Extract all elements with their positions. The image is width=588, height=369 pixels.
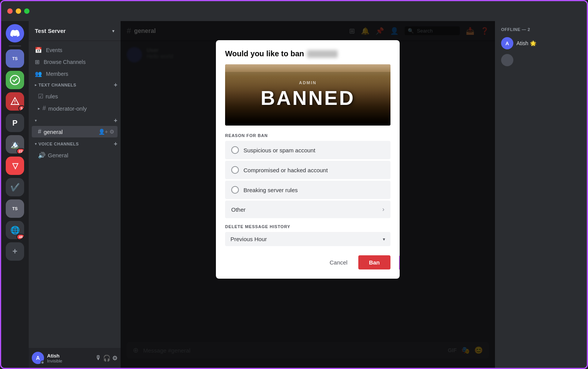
headphones-icon[interactable]: 🎧 [103, 354, 111, 362]
rules-channel-label: rules [46, 93, 58, 100]
username-blurred [307, 50, 338, 58]
voice-channels-header[interactable]: ▾ Voice Channels + [29, 139, 121, 149]
server-icon-6[interactable]: ▽ [6, 157, 24, 175]
ban-button[interactable]: Ban [358, 255, 390, 269]
modal-backdrop: Would you like to ban ADMIN BANNED REASO… [121, 21, 495, 368]
general-voice-label: General [48, 152, 68, 158]
moderator-channel-icon: # [42, 105, 46, 112]
server-name: Test Server [35, 28, 66, 34]
reason-other[interactable]: Other › [225, 201, 390, 218]
user-name: Atish [47, 353, 92, 359]
channel-sidebar: Test Server ▾ 📅 Events ⊞ Browse Channels… [29, 21, 121, 368]
minimize-button[interactable] [16, 8, 21, 14]
banned-text: BANNED [261, 87, 355, 109]
general-channel-label: general [44, 129, 63, 135]
nav-members[interactable]: 👥 Members [32, 68, 118, 80]
svg-point-0 [10, 75, 20, 85]
channel-actions: 👤+ ⚙ [98, 129, 114, 135]
title-prefix: Would you like to ban [225, 49, 304, 58]
server-chevron-icon: ▾ [112, 28, 114, 34]
reason-rules-label: Breaking server rules [243, 187, 298, 193]
add-channel-icon[interactable]: + [114, 82, 118, 88]
nav-events[interactable]: 📅 Events [32, 44, 118, 56]
member-2-avatar [501, 54, 513, 66]
settings-icon: ⚙ [109, 129, 114, 135]
general-section: ▾ + # general 👤+ ⚙ [29, 116, 121, 137]
delete-select-wrapper: Don't Delete Any Previous Hour Previous … [225, 232, 390, 246]
discord-home-icon[interactable] [6, 24, 24, 42]
server-icon-test[interactable]: TS [6, 49, 24, 68]
settings-gear-icon[interactable]: ⚙ [112, 354, 118, 362]
voice-section: ▾ Voice Channels + 🔊 General [29, 139, 121, 161]
cancel-button[interactable]: Cancel [323, 255, 354, 269]
ban-modal: Would you like to ban ADMIN BANNED REASO… [216, 40, 400, 279]
voice-channel-icon: 🔊 [38, 152, 46, 159]
text-channels-label: Text Channels [39, 83, 77, 87]
close-button[interactable] [7, 8, 13, 14]
channel-list: 📅 Events ⊞ Browse Channels 👥 Members ▸ [29, 41, 121, 348]
modal-title: Would you like to ban [225, 49, 390, 58]
server-icon-7[interactable]: ✔️ [6, 178, 24, 196]
events-icon: 📅 [35, 47, 42, 54]
other-chevron-icon: › [382, 206, 384, 213]
server-icon-9[interactable]: 🌐 48 [6, 221, 24, 239]
delete-section-label: DELETE MESSAGE HISTORY [225, 224, 390, 229]
reason-hacked[interactable]: Compromised or hacked account [225, 161, 390, 179]
nav-browse-label: Browse Channels [44, 59, 86, 65]
rules-channel-icon: ☑ [38, 93, 43, 100]
channel-general[interactable]: # general 👤+ ⚙ [32, 126, 118, 137]
reason-rules[interactable]: Breaking server rules [225, 181, 390, 199]
member-2-avatar-img [501, 54, 513, 66]
reason-spam[interactable]: Suspicious or spam account [225, 141, 390, 159]
general-channel-icon: # [38, 128, 41, 135]
channel-rules[interactable]: ☑ rules [32, 90, 118, 102]
delete-history-select[interactable]: Don't Delete Any Previous Hour Previous … [225, 232, 390, 246]
voice-section-label: Voice Channels [39, 142, 79, 146]
user-panel: A Atish Invisible 🎙 🎧 ⚙ [29, 348, 121, 368]
channel-moderator[interactable]: ▸ # moderator-only [32, 103, 118, 114]
member-atish[interactable]: A Atish 🌟 [498, 35, 584, 52]
maximize-button[interactable] [24, 8, 29, 14]
server-icon-4[interactable]: P [6, 114, 24, 132]
user-avatar: A [32, 352, 44, 364]
channel-general-voice[interactable]: 🔊 General [32, 149, 118, 161]
members-sidebar: OFFLINE — 2 A Atish 🌟 [495, 21, 587, 368]
browse-icon: ⊞ [35, 59, 40, 65]
banned-image: ADMIN BANNED [225, 64, 390, 126]
user-controls: 🎙 🎧 ⚙ [95, 354, 118, 362]
member-2[interactable] [498, 52, 584, 69]
server-sidebar: TS 5 P 🏔️ 22 ▽ ✔️ TS [1, 21, 29, 368]
section-collapse-icon: ▸ [35, 83, 37, 87]
text-channels-section: ▸ Text Channels + ☑ rules ▸ # moderator-… [29, 80, 121, 114]
server-icon-10[interactable]: + [6, 242, 24, 261]
radio-hacked[interactable] [231, 166, 239, 174]
server-header[interactable]: Test Server ▾ [29, 21, 121, 41]
text-channels-header-2[interactable]: ▾ + [29, 116, 121, 126]
nav-events-label: Events [46, 47, 62, 53]
server-icon-ts2[interactable]: TS [6, 199, 24, 218]
user-status: Invisible [47, 359, 92, 363]
svg-point-3 [15, 103, 15, 104]
nav-members-label: Members [46, 71, 68, 77]
reason-section-label: REASON FOR BAN [225, 133, 390, 138]
lock-icon: ▸ [38, 106, 40, 111]
app-window: TS 5 P 🏔️ 22 ▽ ✔️ TS [0, 0, 588, 369]
add-channel-icon-2[interactable]: + [114, 117, 118, 124]
user-add-icon: 👤+ [98, 129, 108, 135]
app-layout: TS 5 P 🏔️ 22 ▽ ✔️ TS [1, 21, 587, 368]
server-icon-5[interactable]: 🏔️ 22 [6, 135, 24, 153]
moderator-channel-label: moderator-only [48, 105, 87, 112]
server-icon-3[interactable]: 5 [6, 92, 24, 111]
member-atish-avatar-img: A [501, 37, 513, 49]
reason-spam-label: Suspicious or spam account [243, 147, 315, 153]
radio-rules[interactable] [231, 186, 239, 194]
reason-hacked-label: Compromised or hacked account [243, 167, 328, 173]
nav-browse[interactable]: ⊞ Browse Channels [32, 56, 118, 68]
members-icon: 👥 [35, 70, 42, 77]
server-icon-2[interactable] [6, 71, 24, 89]
radio-spam[interactable] [231, 146, 239, 154]
text-channels-header[interactable]: ▸ Text Channels + [29, 80, 121, 90]
member-atish-name: Atish 🌟 [516, 40, 536, 46]
add-voice-channel-icon[interactable]: + [114, 140, 118, 147]
microphone-icon[interactable]: 🎙 [95, 354, 101, 362]
